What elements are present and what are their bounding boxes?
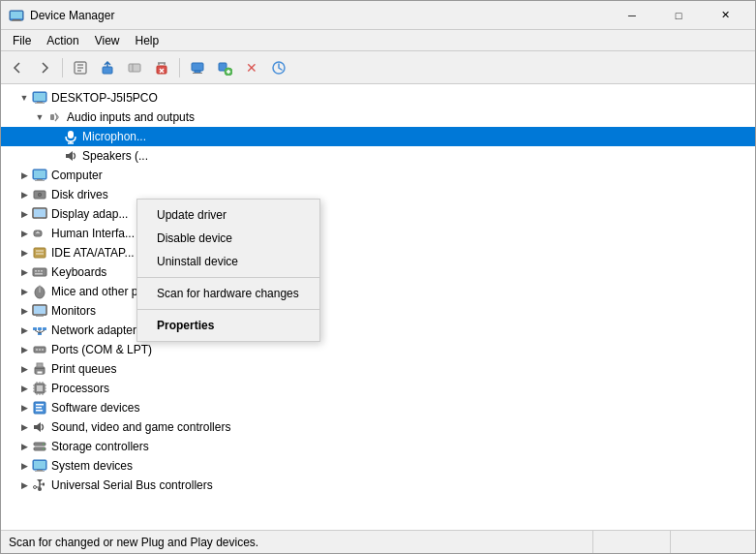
tree-usb[interactable]: ▶ Universal Serial Bus controllers [1, 476, 755, 495]
plug-play-button[interactable] [266, 55, 291, 80]
svg-rect-1 [11, 12, 22, 18]
ide-icon [32, 245, 47, 261]
microphone-label: Microphon... [82, 130, 146, 143]
svg-rect-50 [33, 268, 46, 276]
svg-rect-62 [33, 327, 37, 330]
expand-icon: ▶ [16, 439, 32, 454]
printer-icon [32, 361, 47, 377]
tree-system[interactable]: ▶ System devices [1, 456, 755, 476]
svg-rect-94 [36, 410, 43, 412]
tree-network[interactable]: ▶ Network adapters [1, 321, 755, 340]
hid-icon [32, 226, 47, 241]
expand-icon: ▶ [16, 303, 32, 319]
disable-button[interactable] [122, 55, 147, 80]
tree-audio[interactable]: ▼ Audio inputs and outputs [1, 108, 755, 127]
svg-point-72 [42, 349, 44, 351]
menu-action[interactable]: Action [39, 32, 86, 49]
status-bar: Scan for changed or new Plug and Play de… [1, 530, 755, 553]
ctx-uninstall-device[interactable]: Uninstall device [137, 250, 319, 273]
tree-print[interactable]: ▶ Print queues [1, 359, 755, 379]
forward-button[interactable] [32, 55, 57, 80]
network-icon [32, 323, 47, 338]
expand-icon: ▶ [16, 419, 32, 435]
ide-label: IDE ATA/ATAP... [51, 246, 135, 260]
print-label: Print queues [51, 362, 116, 376]
tree-monitors[interactable]: ▶ Monitors [1, 301, 755, 321]
maximize-button[interactable]: □ [656, 1, 701, 30]
minimize-button[interactable]: ─ [610, 1, 654, 30]
svg-rect-51 [35, 270, 37, 272]
hid-label: Human Interfa... [51, 227, 135, 240]
svg-marker-95 [34, 422, 41, 432]
disk-icon [32, 187, 47, 202]
tree-speakers[interactable]: Speakers (... [1, 146, 755, 166]
expand-icon: ▶ [16, 168, 32, 183]
ctx-disable-device[interactable]: Disable device [137, 227, 319, 250]
uninstall-button[interactable] [149, 55, 174, 80]
tree-microphone[interactable]: Microphon... [1, 127, 755, 146]
sound-icon [32, 419, 47, 435]
tree-processors[interactable]: ▶ Processors [1, 379, 755, 398]
svg-rect-47 [34, 248, 45, 258]
ports-label: Ports (COM & LPT) [51, 343, 152, 356]
ctx-update-driver[interactable]: Update driver [137, 203, 319, 227]
window-controls: ─ □ ✕ [610, 1, 747, 30]
svg-rect-30 [68, 131, 74, 138]
svg-rect-2 [13, 19, 20, 20]
svg-rect-27 [37, 102, 43, 103]
monitor-icon [32, 303, 47, 319]
tree-software[interactable]: ▶ Software devices [1, 398, 755, 417]
svg-line-66 [35, 330, 40, 333]
properties-button[interactable] [68, 55, 93, 80]
tree-display[interactable]: ▶ Display adap... [1, 204, 755, 224]
close-button[interactable]: ✕ [703, 1, 747, 30]
menu-help[interactable]: Help [128, 32, 167, 49]
svg-rect-18 [195, 71, 200, 73]
tree-sound[interactable]: ▶ Sound, video and game controllers [1, 417, 755, 437]
keyboards-label: Keyboards [51, 265, 106, 279]
update-driver-button[interactable] [95, 55, 120, 80]
svg-point-98 [43, 444, 45, 446]
menu-file[interactable]: File [5, 32, 39, 49]
tree-ide[interactable]: ▶ IDE ATA/ATAP... [1, 243, 755, 262]
tree-ports[interactable]: ▶ Ports (COM & LPT) [1, 340, 755, 359]
svg-point-70 [36, 349, 38, 351]
remove-device-button[interactable]: ✕ [239, 55, 264, 80]
audio-icon [47, 109, 63, 125]
software-icon [32, 400, 47, 416]
toolbar-separator-1 [62, 58, 63, 77]
scan-changes-button[interactable] [185, 55, 210, 80]
expand-icon: ▶ [16, 477, 32, 493]
storage-icon [32, 439, 47, 454]
tree-keyboards[interactable]: ▶ Keyboards [1, 262, 755, 282]
tree-mice[interactable]: ▶ Mice and other pointing devices [1, 282, 755, 301]
computer-icon [32, 168, 47, 183]
processors-label: Processors [51, 382, 109, 395]
svg-point-57 [39, 286, 42, 289]
tree-storage[interactable]: ▶ Storage controllers [1, 437, 755, 456]
svg-marker-105 [37, 479, 43, 482]
tree-disk[interactable]: ▶ Disk drives [1, 185, 755, 204]
menu-view[interactable]: View [87, 32, 128, 49]
svg-rect-64 [43, 327, 46, 330]
svg-rect-74 [37, 363, 43, 367]
tree-root[interactable]: ▼ DESKTOP-J5I5PCO [1, 88, 755, 108]
svg-point-40 [39, 194, 41, 196]
svg-rect-101 [34, 461, 45, 469]
svg-rect-19 [193, 73, 202, 74]
add-hardware-button[interactable] [212, 55, 237, 80]
speaker-icon [63, 148, 78, 164]
ctx-scan-hardware[interactable]: Scan for hardware changes [137, 282, 319, 305]
expand-icon: ▶ [16, 458, 32, 474]
display-icon [32, 206, 47, 222]
svg-rect-26 [34, 93, 45, 101]
tree-hid[interactable]: ▶ Human Interfa... [1, 224, 755, 243]
back-button[interactable] [5, 55, 30, 80]
expand-icon: ▶ [16, 323, 32, 338]
svg-rect-42 [34, 209, 45, 217]
svg-rect-8 [103, 67, 112, 74]
svg-rect-35 [34, 170, 45, 178]
ctx-properties[interactable]: Properties [137, 314, 319, 337]
device-tree[interactable]: ▼ DESKTOP-J5I5PCO ▼ [1, 84, 755, 530]
tree-computer[interactable]: ▶ Computer [1, 166, 755, 185]
